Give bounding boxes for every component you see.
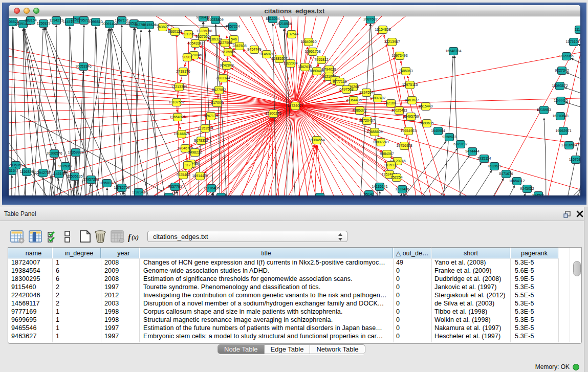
svg-text:9358923: 9358923 xyxy=(442,135,456,139)
svg-text:10973493: 10973493 xyxy=(391,54,407,57)
svg-text:891295: 891295 xyxy=(182,32,194,36)
svg-text:117: 117 xyxy=(185,163,190,167)
svg-text:2867608: 2867608 xyxy=(232,44,246,48)
svg-text:15300275: 15300275 xyxy=(265,112,281,115)
svg-text:17359928: 17359928 xyxy=(68,150,83,154)
svg-text:15495759: 15495759 xyxy=(403,115,419,118)
svg-text:1132544: 1132544 xyxy=(285,32,299,36)
svg-text:12975115: 12975115 xyxy=(402,83,418,86)
svg-text:16782759: 16782759 xyxy=(114,186,129,189)
svg-text:1615132: 1615132 xyxy=(384,163,398,167)
svg-text:8660123: 8660123 xyxy=(168,30,182,33)
svg-text:10107552: 10107552 xyxy=(168,100,184,104)
svg-text:20091406: 20091406 xyxy=(101,22,117,26)
svg-text:9245052: 9245052 xyxy=(520,187,534,190)
svg-text:95142: 95142 xyxy=(364,192,374,195)
svg-text:12942737: 12942737 xyxy=(35,171,51,174)
svg-text:9857791: 9857791 xyxy=(168,185,182,188)
svg-text:12213967: 12213967 xyxy=(384,40,400,43)
svg-text:10688609: 10688609 xyxy=(366,130,382,134)
svg-text:9242848: 9242848 xyxy=(220,63,233,67)
svg-text:11123: 11123 xyxy=(575,28,580,31)
svg-text:15716485: 15716485 xyxy=(203,186,219,190)
svg-text:19218506: 19218506 xyxy=(276,22,292,26)
svg-text:1640954: 1640954 xyxy=(431,129,445,133)
svg-text:1145194: 1145194 xyxy=(52,172,66,176)
svg-text:7515526: 7515526 xyxy=(142,23,156,27)
svg-text:20206576: 20206576 xyxy=(46,151,62,155)
svg-text:3498222: 3498222 xyxy=(188,150,202,154)
svg-text:1362615: 1362615 xyxy=(298,65,312,69)
svg-text:16648784: 16648784 xyxy=(445,49,461,53)
svg-text:9777169: 9777169 xyxy=(333,80,346,83)
svg-text:217004: 217004 xyxy=(211,101,223,104)
svg-text:19384554: 19384554 xyxy=(309,138,324,142)
svg-text:16033809: 16033809 xyxy=(207,18,223,21)
svg-text:7485063: 7485063 xyxy=(399,69,412,73)
svg-text:16914479: 16914479 xyxy=(192,174,208,178)
svg-text:17957223: 17957223 xyxy=(83,178,99,181)
svg-text:10958107: 10958107 xyxy=(99,181,115,185)
svg-text:546: 546 xyxy=(231,37,237,41)
svg-text:8813054: 8813054 xyxy=(266,17,279,20)
svg-text:12505135: 12505135 xyxy=(67,174,82,178)
svg-text:8427552: 8427552 xyxy=(212,88,226,92)
svg-text:8454749: 8454749 xyxy=(247,48,261,51)
svg-text:10654112: 10654112 xyxy=(509,179,525,183)
svg-text:8678352: 8678352 xyxy=(194,139,208,142)
svg-text:17016504: 17016504 xyxy=(561,143,577,147)
svg-text:2718176: 2718176 xyxy=(176,70,190,73)
svg-text:1156829: 1156829 xyxy=(20,170,34,173)
svg-text:15885207: 15885207 xyxy=(271,57,287,60)
svg-text:763822: 763822 xyxy=(157,25,168,29)
svg-text:(x): (x) xyxy=(132,234,139,241)
svg-text:12353594: 12353594 xyxy=(197,126,213,130)
svg-text:1192346: 1192346 xyxy=(132,190,146,194)
svg-text:6379197: 6379197 xyxy=(453,142,467,146)
svg-text:924501: 924501 xyxy=(532,193,544,195)
svg-text:93154: 93154 xyxy=(9,169,17,172)
svg-text:983154: 983154 xyxy=(25,18,36,22)
svg-text:62160: 62160 xyxy=(386,101,396,105)
svg-text:9474444: 9474444 xyxy=(465,149,479,153)
svg-text:14136141: 14136141 xyxy=(372,185,387,188)
svg-text:1294273: 1294273 xyxy=(49,18,63,22)
svg-text:9146821: 9146821 xyxy=(259,52,273,56)
svg-text:1167533: 1167533 xyxy=(569,158,580,161)
svg-text:7955812: 7955812 xyxy=(314,58,328,61)
svg-text:1733426: 1733426 xyxy=(395,187,409,191)
svg-text:9084067: 9084067 xyxy=(380,152,394,156)
svg-text:3267130: 3267130 xyxy=(204,114,217,118)
svg-text:995014: 995014 xyxy=(163,195,175,195)
svg-text:2935114: 2935114 xyxy=(477,157,491,160)
svg-text:19756928: 19756928 xyxy=(396,144,412,147)
svg-text:9975867: 9975867 xyxy=(58,164,72,168)
svg-text:9699695: 9699695 xyxy=(420,121,433,125)
svg-text:9227342: 9227342 xyxy=(555,69,569,72)
svg-text:18807249: 18807249 xyxy=(373,140,388,144)
svg-text:10025433: 10025433 xyxy=(391,108,407,112)
svg-text:3824554: 3824554 xyxy=(359,91,373,94)
svg-text:19692971: 19692971 xyxy=(555,129,571,133)
svg-text:2087682: 2087682 xyxy=(363,17,377,21)
svg-text:16154808: 16154808 xyxy=(375,28,390,31)
svg-text:15720407: 15720407 xyxy=(359,119,375,122)
svg-text:98901: 98901 xyxy=(182,55,192,59)
svg-text:16210643: 16210643 xyxy=(552,114,568,118)
svg-text:87514: 87514 xyxy=(216,195,226,195)
svg-text:8471676: 8471676 xyxy=(499,172,513,176)
svg-text:8215953: 8215953 xyxy=(537,108,551,112)
svg-text:8186328: 8186328 xyxy=(208,37,222,41)
svg-text:10543342: 10543342 xyxy=(187,41,203,45)
svg-text:9463627: 9463627 xyxy=(405,98,419,102)
svg-text:19654923: 19654923 xyxy=(400,129,416,133)
svg-text:18724007: 18724007 xyxy=(287,104,303,107)
svg-text:20364436: 20364436 xyxy=(345,98,361,102)
svg-text:7625402: 7625402 xyxy=(176,173,190,177)
svg-text:12213369: 12213369 xyxy=(171,85,187,89)
svg-text:10961758: 10961758 xyxy=(304,50,320,53)
svg-text:2803144: 2803144 xyxy=(216,76,230,80)
svg-text:6794028: 6794028 xyxy=(322,68,336,71)
svg-text:252254: 252254 xyxy=(390,176,402,179)
svg-text:16640910: 16640910 xyxy=(300,40,316,43)
